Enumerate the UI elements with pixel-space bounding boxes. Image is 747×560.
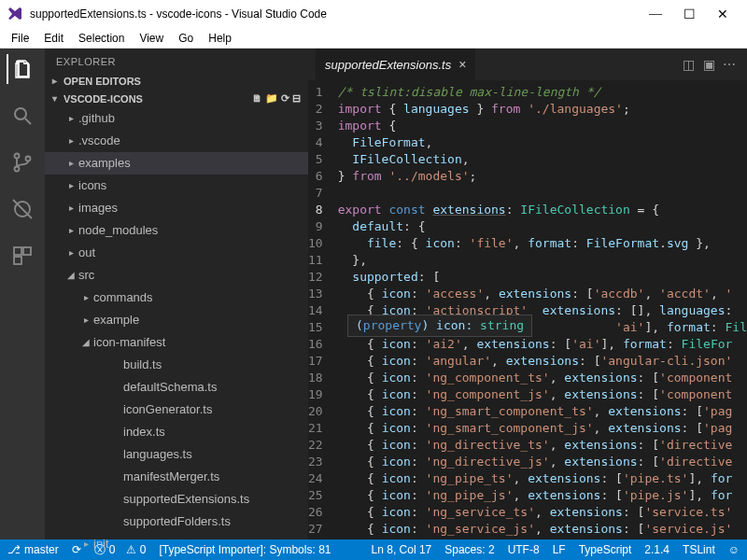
tree-label: defaultSchema.ts bbox=[123, 380, 217, 394]
folder-item[interactable]: ▸examples bbox=[45, 152, 308, 175]
tree-label: languages.ts bbox=[123, 447, 192, 461]
window-title: supportedExtensions.ts - vscode-icons - … bbox=[30, 7, 639, 21]
file-item[interactable]: languages.ts bbox=[45, 443, 308, 466]
twistie-icon[interactable]: ▸ bbox=[65, 154, 77, 173]
file-item[interactable]: iconGenerator.ts bbox=[45, 399, 308, 421]
debug-icon bbox=[11, 198, 34, 220]
svg-point-0 bbox=[15, 108, 26, 119]
folder-item[interactable]: ◢src bbox=[45, 264, 308, 287]
status-tslint[interactable]: TSLint bbox=[683, 543, 715, 556]
git-branch-icon: ⎇ bbox=[7, 543, 21, 556]
tree-label: index.ts bbox=[123, 425, 165, 439]
editor[interactable]: 1234567891011121314151617181920212223242… bbox=[308, 80, 747, 539]
files-icon bbox=[12, 58, 35, 80]
menu-file[interactable]: File bbox=[4, 30, 36, 47]
menu-edit[interactable]: Edit bbox=[36, 30, 71, 47]
twistie-icon[interactable]: ▸ bbox=[65, 199, 77, 217]
tree-label: iconGenerator.ts bbox=[123, 402, 212, 416]
minimize-button[interactable]: — bbox=[639, 7, 672, 21]
close-button[interactable]: ✕ bbox=[706, 7, 740, 22]
twistie-icon[interactable]: ▸ bbox=[65, 244, 77, 262]
twistie-icon[interactable]: ▸ bbox=[65, 132, 77, 150]
twistie-icon[interactable]: ▸ bbox=[65, 176, 77, 195]
status-version[interactable]: 2.1.4 bbox=[644, 543, 669, 556]
split-editor-icon[interactable]: ◫ bbox=[678, 57, 698, 72]
status-lang[interactable]: TypeScript bbox=[579, 543, 632, 556]
twistie-icon[interactable]: ▸ bbox=[80, 535, 92, 553]
tree-label: manifestMerger.ts bbox=[123, 469, 219, 483]
section-project[interactable]: VSCODE-ICONS 🗎 📁 ⟳ ⊟ bbox=[45, 90, 308, 107]
menu-view[interactable]: View bbox=[132, 30, 171, 47]
file-item[interactable]: build.ts bbox=[45, 354, 308, 376]
file-item[interactable]: supportedFolders.ts bbox=[45, 511, 308, 533]
svg-rect-8 bbox=[23, 247, 31, 255]
activity-search[interactable] bbox=[7, 101, 37, 131]
status-spaces[interactable]: Spaces: 2 bbox=[444, 543, 494, 556]
hover-text: (property) icon: string bbox=[356, 318, 524, 332]
file-item[interactable]: supportedExtensions.ts bbox=[45, 488, 308, 511]
menu-go[interactable]: Go bbox=[171, 30, 201, 47]
folder-item[interactable]: ▸out bbox=[45, 242, 308, 264]
folder-item[interactable]: ▸.vscode bbox=[45, 130, 308, 152]
status-eol[interactable]: LF bbox=[553, 543, 566, 556]
tree-label: icons bbox=[78, 178, 106, 192]
file-item[interactable]: defaultSchema.ts bbox=[45, 376, 308, 399]
folder-item[interactable]: ▸icons bbox=[45, 175, 308, 197]
tree-label: commands bbox=[93, 290, 153, 304]
folder-item[interactable]: ▸node_modules bbox=[45, 219, 308, 242]
sidebar-explorer: EXPLORER OPEN EDITORS VSCODE-ICONS 🗎 📁 ⟳… bbox=[45, 49, 308, 539]
toggle-sidebar-icon[interactable]: ▣ bbox=[698, 57, 719, 72]
sidebar-title: EXPLORER bbox=[56, 56, 116, 67]
code-area[interactable]: /* tslint:disable max-line-length */impo… bbox=[332, 80, 747, 539]
menu-help[interactable]: Help bbox=[201, 30, 239, 47]
status-cursor[interactable]: Ln 8, Col 17 bbox=[372, 543, 432, 556]
status-feedback[interactable]: ☺ bbox=[728, 543, 740, 556]
file-item[interactable]: manifestMerger.ts bbox=[45, 466, 308, 488]
file-tree[interactable]: ▸.github▸.vscode▸examples▸icons▸images▸n… bbox=[45, 107, 308, 560]
activity-extensions[interactable] bbox=[7, 241, 37, 271]
tree-label: images bbox=[78, 201, 118, 215]
activity-debug[interactable] bbox=[7, 194, 37, 224]
tree-label: icon-manifest bbox=[93, 335, 165, 349]
twistie-icon[interactable]: ▸ bbox=[80, 288, 92, 307]
tab-bar: supportedExtensions.ts × ◫ ▣ ⋯ bbox=[308, 49, 747, 80]
svg-point-4 bbox=[26, 157, 31, 161]
tree-label: node_modules bbox=[78, 223, 158, 237]
folder-item[interactable]: ▸init bbox=[45, 533, 308, 555]
twistie-icon[interactable]: ▸ bbox=[65, 109, 77, 128]
tree-label: build.ts bbox=[123, 357, 162, 371]
close-icon[interactable]: × bbox=[458, 57, 466, 72]
section-open-editors[interactable]: OPEN EDITORS bbox=[45, 73, 308, 90]
refresh-icon[interactable]: ⟳ bbox=[281, 92, 289, 104]
folder-item[interactable]: ▸.github bbox=[45, 107, 308, 130]
tree-label: out bbox=[78, 245, 95, 259]
twistie-icon[interactable]: ◢ bbox=[65, 266, 77, 285]
maximize-button[interactable]: ☐ bbox=[672, 7, 706, 22]
svg-line-6 bbox=[13, 200, 32, 218]
folder-item[interactable]: ▸commands bbox=[45, 287, 308, 309]
activity-bar bbox=[0, 49, 45, 539]
status-encoding[interactable]: UTF-8 bbox=[508, 543, 540, 556]
twistie-icon[interactable]: ▸ bbox=[80, 311, 92, 329]
tree-label: .github bbox=[78, 111, 115, 125]
twistie-icon[interactable]: ▸ bbox=[65, 221, 77, 240]
new-folder-icon[interactable]: 📁 bbox=[265, 92, 278, 104]
folder-item[interactable]: ▸example bbox=[45, 309, 308, 331]
more-actions-icon[interactable]: ⋯ bbox=[719, 57, 740, 72]
file-item[interactable]: index.ts bbox=[45, 421, 308, 443]
twistie-icon[interactable]: ◢ bbox=[80, 333, 92, 352]
menu-selection[interactable]: Selection bbox=[71, 30, 132, 47]
folder-item[interactable]: ◢icon-manifest bbox=[45, 331, 308, 354]
activity-explorer[interactable] bbox=[7, 54, 36, 84]
tree-label: supportedFolders.ts bbox=[123, 514, 231, 528]
window-titlebar: supportedExtensions.ts - vscode-icons - … bbox=[0, 0, 747, 28]
collapse-all-icon[interactable]: ⊟ bbox=[292, 92, 301, 104]
svg-point-2 bbox=[15, 154, 20, 159]
tab-supported-extensions[interactable]: supportedExtensions.ts × bbox=[316, 49, 475, 80]
activity-scm[interactable] bbox=[7, 147, 37, 177]
editor-group: supportedExtensions.ts × ◫ ▣ ⋯ 123456789… bbox=[308, 49, 747, 539]
new-file-icon[interactable]: 🗎 bbox=[252, 92, 262, 104]
hover-tooltip: (property) icon: string bbox=[347, 315, 532, 337]
tree-label: examples bbox=[78, 156, 131, 170]
folder-item[interactable]: ▸images bbox=[45, 197, 308, 219]
